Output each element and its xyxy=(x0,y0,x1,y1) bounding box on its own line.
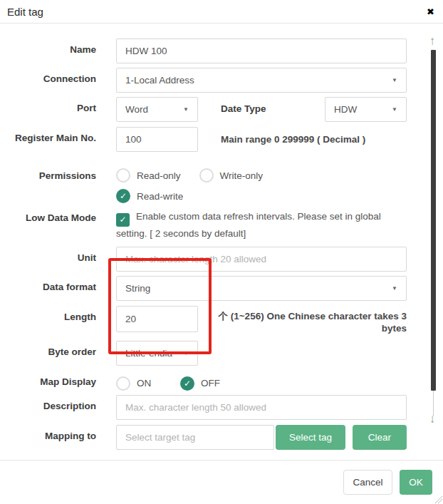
register-row: Register Main No. Main range 0 299999 ( … xyxy=(0,127,443,152)
select-tag-button[interactable]: Select tag xyxy=(276,425,345,450)
chevron-down-icon: ▼ xyxy=(183,350,189,356)
radio-write-only-label: Write-only xyxy=(220,170,264,181)
clear-button[interactable]: Clear xyxy=(353,425,407,450)
description-row: Description xyxy=(0,395,443,420)
name-label: Name xyxy=(0,38,116,56)
date-type-select[interactable]: HDW ▼ xyxy=(325,97,407,122)
map-display-label: Map Display xyxy=(0,375,116,389)
unit-row: Unit xyxy=(0,247,443,272)
data-format-label: Data format xyxy=(0,276,116,294)
radio-map-off-label: OFF xyxy=(201,378,220,389)
dialog-title: Edit tag xyxy=(7,6,43,18)
radio-unchecked-icon xyxy=(116,168,130,182)
chevron-down-icon: ▼ xyxy=(392,77,397,83)
chevron-down-icon: ▼ xyxy=(183,106,189,113)
description-label: Description xyxy=(0,395,116,413)
data-format-value: String xyxy=(125,283,150,294)
radio-unchecked-icon xyxy=(199,168,214,182)
radio-unchecked-icon xyxy=(116,376,130,391)
permissions-label: Permissions xyxy=(0,165,116,182)
length-row: Length 个 (1~256) One Chinese character t… xyxy=(0,306,443,335)
mapping-to-label: Mapping to xyxy=(0,425,116,443)
dialog-footer: Cancel OK xyxy=(0,460,443,504)
map-display-row: Map Display ON ✓ OFF xyxy=(0,375,443,391)
radio-map-on-label: ON xyxy=(137,378,151,389)
connection-row: Connection 1-Local Address ▼ xyxy=(0,68,443,93)
description-input[interactable] xyxy=(116,395,407,420)
radio-map-on[interactable]: ON xyxy=(116,376,180,391)
byte-order-value: Little-endia xyxy=(125,348,172,359)
mapping-target-input[interactable] xyxy=(116,425,274,450)
unit-label: Unit xyxy=(0,247,116,264)
name-row: Name xyxy=(0,38,443,63)
port-select[interactable]: Word ▼ xyxy=(116,97,198,122)
low-data-mode-label: Low Data Mode xyxy=(0,210,116,225)
mapping-to-row: Mapping to Select tag Clear xyxy=(0,425,443,450)
radio-read-write-label: Read-write xyxy=(137,191,183,202)
scrollbar-thumb[interactable] xyxy=(431,50,436,391)
length-hint: 个 (1~256) One Chinese character takes 3 … xyxy=(211,306,407,335)
resize-handle[interactable] xyxy=(435,496,442,503)
port-label: Port xyxy=(0,97,116,115)
connection-value: 1-Local Address xyxy=(125,75,194,86)
radio-checked-icon: ✓ xyxy=(116,189,130,203)
byte-order-label: Byte order xyxy=(0,341,116,359)
dialog-header: Edit tag ✖ xyxy=(0,0,443,24)
byte-order-row: Byte order Little-endia ▼ xyxy=(0,341,443,366)
length-label: Length xyxy=(0,306,116,324)
connection-select[interactable]: 1-Local Address ▼ xyxy=(116,68,407,93)
data-format-select[interactable]: String ▼ xyxy=(116,276,407,301)
byte-order-select[interactable]: Little-endia ▼ xyxy=(116,341,198,366)
connection-label: Connection xyxy=(0,68,116,86)
edit-tag-dialog: Edit tag ✖ Name Connection 1-Local Addre… xyxy=(0,0,443,504)
low-data-mode-text: Enable custom data refresh intervals. Pl… xyxy=(116,211,381,239)
unit-input[interactable] xyxy=(116,247,407,272)
permissions-row: Permissions Read-only Write-only ✓ Re xyxy=(0,165,443,203)
ok-button[interactable]: OK xyxy=(400,470,432,495)
radio-map-off[interactable]: ✓ OFF xyxy=(180,376,220,391)
port-row: Port Word ▼ Date Type HDW ▼ xyxy=(0,97,443,122)
scroll-down-icon[interactable]: ↓ xyxy=(422,412,443,426)
length-input[interactable] xyxy=(116,306,198,332)
register-range-hint: Main range 0 299999 ( Decimal ) xyxy=(221,127,365,146)
radio-read-only[interactable]: Read-only xyxy=(116,168,181,182)
chevron-down-icon: ▼ xyxy=(392,106,397,113)
radio-read-write[interactable]: ✓ Read-write xyxy=(116,189,183,203)
data-format-row: Data format String ▼ xyxy=(0,276,443,301)
checkbox-checked-icon[interactable]: ✓ xyxy=(116,213,130,227)
cancel-button[interactable]: Cancel xyxy=(343,470,392,495)
scroll-up-icon[interactable]: ↑ xyxy=(422,34,443,48)
low-data-mode-row: Low Data Mode ✓Enable custom data refres… xyxy=(0,210,443,242)
port-value: Word xyxy=(125,104,148,115)
radio-read-only-label: Read-only xyxy=(137,170,181,181)
date-type-value: HDW xyxy=(334,104,357,115)
chevron-down-icon: ▼ xyxy=(392,285,397,292)
register-input[interactable] xyxy=(116,127,198,152)
radio-checked-icon: ✓ xyxy=(180,376,194,391)
date-type-label: Date Type xyxy=(221,97,320,114)
dialog-body: Name Connection 1-Local Address ▼ Port W… xyxy=(0,24,443,450)
register-label: Register Main No. xyxy=(0,127,116,145)
close-icon[interactable]: ✖ xyxy=(427,7,434,16)
name-input[interactable] xyxy=(116,38,407,63)
radio-write-only[interactable]: Write-only xyxy=(199,168,264,182)
